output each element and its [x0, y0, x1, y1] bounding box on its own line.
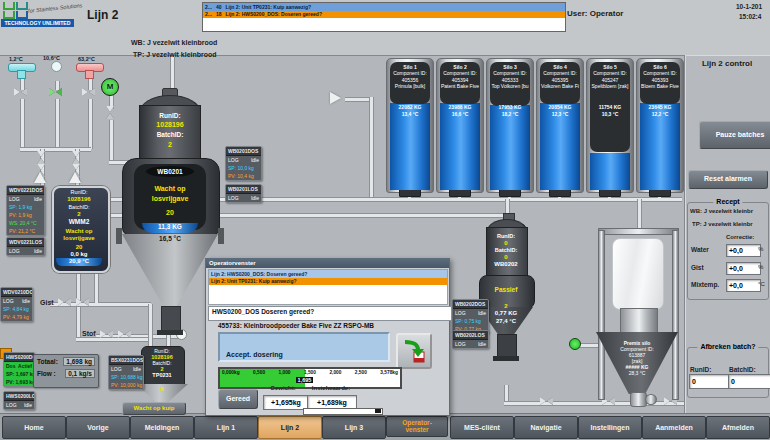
dialog-message-list: Lijn 2: HWS0200_DOS: Doseren gereed? Lij… — [208, 269, 448, 305]
water-field[interactable]: +0,0 — [726, 244, 761, 257]
tank-name: TP0231 — [141, 372, 183, 378]
nav-lijn3[interactable]: Lijn 3 — [322, 416, 386, 439]
state-value: Idle — [251, 195, 259, 201]
status-box-title: WDV0210DOS — [1, 288, 32, 297]
valve-icon — [76, 298, 89, 307]
abort-batchid-field[interactable]: 0 — [728, 374, 770, 389]
pv-value: PV: 1,693 kg — [4, 378, 34, 386]
dialog-message-row[interactable]: Lijn 2: Unit TP0231: Kuip aanwezig? — [209, 278, 447, 286]
flow-arrow-icon — [69, 172, 81, 183]
silo-6: Silo 6 Component ID: 405393 Bloem Bake F… — [636, 58, 684, 193]
dialog-question-field: HWS0200_DOS Doseren gereed? — [208, 306, 452, 321]
instelwaarde-label: Instelwaarde: — [307, 385, 355, 391]
sp-value: SP: 10,0 kg — [226, 164, 261, 172]
state-label: LOG — [3, 298, 14, 304]
tank-status: losvrijgave — [52, 235, 106, 241]
silo-product: Primula [bulk] — [390, 83, 430, 89]
nav-home[interactable]: Home — [2, 416, 66, 439]
pipe — [20, 147, 91, 152]
mixtemp-field[interactable]: +0,0 — [726, 279, 761, 292]
gereed-button[interactable]: Gereed — [218, 389, 258, 409]
tank-step: 5 — [141, 386, 183, 392]
pipe — [345, 97, 372, 102]
temp-sensor-icon — [51, 61, 62, 72]
status-box-title: WDV0221LOS — [7, 238, 44, 247]
mini-slider-handle[interactable] — [375, 409, 381, 413]
premix-temp: 28,3 °C — [596, 370, 678, 376]
pauze-batches-button[interactable]: Pauze batches — [699, 121, 770, 149]
state-label: LOG — [228, 157, 239, 163]
sp-value: SP: 4,84 kg — [1, 305, 32, 313]
water-unit: % — [758, 246, 763, 252]
nav-aanmelden[interactable]: Aanmelden — [642, 416, 706, 439]
hot-water-tee-icon — [85, 70, 94, 79]
alarm-row[interactable]: 2... 18 Lijn 2: HWS0200_DOS: Doseren ger… — [203, 11, 565, 19]
nav-meldingen[interactable]: Meldingen — [130, 416, 194, 439]
green-accept-arrow-icon — [402, 339, 426, 363]
silo-kg: 11754 KG — [587, 104, 633, 111]
tick-label: 2,000 — [329, 370, 341, 375]
silo-temp: 10,3 °C — [587, 111, 633, 118]
accept-dosering-panel[interactable]: Accept. dosering — [218, 332, 390, 362]
nav-vorige[interactable]: Vorige — [66, 416, 130, 439]
batchid-label: BatchID: — [52, 204, 106, 210]
abort-runid-label: RunID: — [690, 366, 711, 373]
mix-temp-label: 10,6°C — [43, 55, 60, 61]
cold-temp-label: 1,2°C — [9, 56, 23, 62]
silo-kg: 23645 KG — [637, 104, 683, 111]
batchid-label: BatchID: — [120, 131, 220, 138]
flow-label: Flow : — [37, 370, 56, 377]
component-id-label: Component ID: — [640, 70, 680, 76]
wacht-op-kuip-button[interactable]: Wacht op kuip — [122, 402, 186, 415]
pipe — [109, 120, 114, 162]
logo-u-icon — [16, 11, 28, 19]
brand-bar: TECHNOLOGY UNLIMITED — [1, 19, 74, 27]
component-id-label: Component ID: — [490, 70, 530, 76]
nav-instellingen[interactable]: Instellingen — [578, 416, 642, 439]
nav-lijn2[interactable]: Lijn 2 — [258, 416, 322, 439]
pipe — [637, 199, 642, 229]
logo-u-icon — [3, 11, 15, 19]
accept-dosering-button[interactable] — [396, 333, 432, 369]
nav-mes-client[interactable]: MES-cliënt — [450, 416, 514, 439]
ws-value: WS: 20,4 °C — [7, 219, 44, 227]
nav-lijn1[interactable]: Lijn 1 — [194, 416, 258, 439]
dialog-message-row[interactable]: Lijn 2: HWS0200_DOS: Doseren gereed? — [209, 270, 447, 278]
flow-value: 0,1 kg/s — [65, 369, 95, 378]
gist-field[interactable]: +0,0 — [726, 262, 761, 275]
dialog-product-line: 455733: Kleinbroodpoeder Bake Five ZZ RS… — [218, 322, 374, 329]
state-value: Idle — [478, 310, 486, 316]
time-label: 15:02:4 — [739, 13, 770, 20]
reset-alarmen-button[interactable]: Reset alarmen — [688, 170, 768, 189]
abort-runid-field[interactable]: 0 — [689, 374, 731, 389]
state-label: LOG — [111, 366, 122, 372]
recipe-wb-line: WB: J vezelwit kleinbrood — [131, 39, 217, 46]
silo-1: Silo 1 Component ID: 405356 Primula [bul… — [386, 58, 434, 193]
status-box-bsx0231dos: BSX0231DOS LOGIdle SP: 10,688 kg PV: 10,… — [108, 355, 144, 390]
silo-info: 17953 KG 18,2 °C — [487, 104, 533, 118]
company-logo — [3, 2, 29, 18]
runid-label: RunID: — [120, 112, 220, 119]
silo-2: Silo 2 Component ID: 405394 Patent Bake … — [436, 58, 484, 193]
status-box-title: HWS0200DOS — [4, 353, 34, 362]
component-id-label: Component ID: — [390, 70, 430, 76]
tick-label: 1,500 — [304, 370, 316, 375]
silo-info: 20854 KG 12,3 °C — [537, 104, 583, 118]
logo-u-icon — [16, 2, 28, 10]
totaal-label: Totaal: — [37, 358, 58, 365]
tank-temp: 16,5 °C — [120, 235, 220, 242]
sp-value: SP: 1,9 kg — [7, 203, 44, 211]
silo-fill — [590, 153, 630, 190]
mini-slider[interactable] — [303, 408, 383, 415]
state-value: Idle — [34, 196, 42, 202]
alarm-row[interactable]: 2... 40 Lijn 2: Unit TP0231: Kuip aanwez… — [203, 3, 565, 11]
component-id-label: Component ID: — [540, 70, 580, 76]
valve-icon — [58, 298, 71, 307]
nav-navigatie[interactable]: Navigatie — [514, 416, 578, 439]
status-box-hws0200los: HWS0200LOS LOGIdle — [3, 391, 35, 410]
state-value: Idle — [133, 366, 141, 372]
status-box-wb0202dos: WB0202DOS LOGIdle SP: 0,75 kg PV: 0,77 k… — [452, 299, 489, 334]
tank-step: 20 — [120, 209, 220, 216]
nav-operatorvenster[interactable]: Operator-venster — [386, 416, 448, 437]
nav-afmelden[interactable]: Afmelden — [706, 416, 770, 439]
